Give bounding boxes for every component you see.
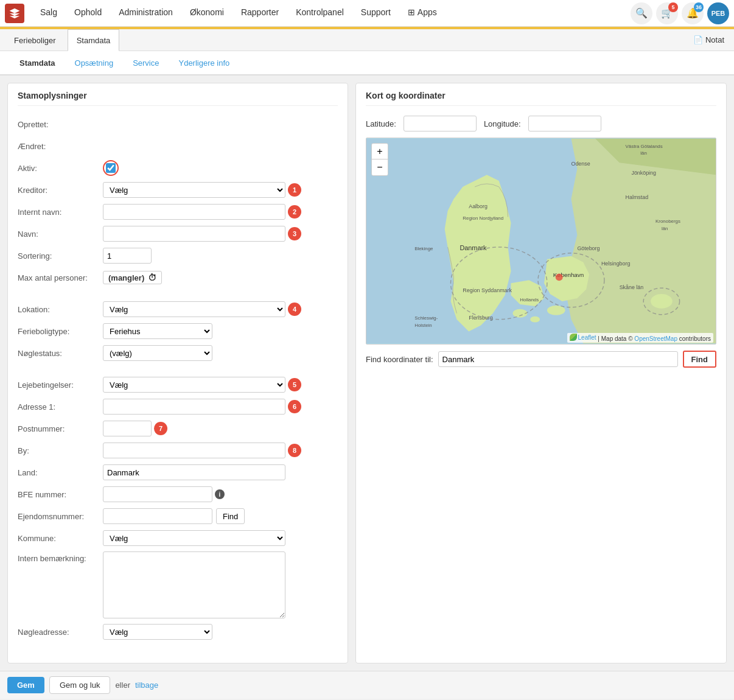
lejebetingelser-select[interactable]: Vælg: [103, 377, 285, 393]
user-avatar[interactable]: PEB: [707, 2, 729, 24]
inner-tab-service[interactable]: Service: [123, 51, 169, 75]
postnummer-input[interactable]: [103, 421, 152, 436]
map-attribution: Leaflet | Map data © OpenStreetMap contr…: [567, 333, 713, 343]
svg-text:Hollands: Hollands: [520, 297, 539, 303]
svg-text:Kronobergs: Kronobergs: [655, 219, 680, 224]
leaflet-icon: Leaflet: [570, 334, 596, 341]
map-svg: Danmark København Aalborg Göteborg Jönkö…: [366, 138, 716, 344]
svg-text:Danmark: Danmark: [460, 244, 487, 251]
svg-text:Helsingborg: Helsingborg: [601, 261, 630, 267]
ejendomsnummer-label: Ejendomsnummer:: [18, 512, 103, 521]
subnav-tab-stamdata[interactable]: Stamdata: [68, 29, 120, 51]
ferieboligtype-select[interactable]: Feriehus: [103, 323, 212, 339]
bfe-info-icon[interactable]: i: [215, 489, 225, 499]
svg-text:Odense: Odense: [571, 161, 590, 167]
sortering-label: Sortering:: [18, 251, 103, 261]
svg-point-25: [556, 273, 563, 281]
sortering-input[interactable]: [103, 248, 152, 264]
logo[interactable]: [5, 4, 24, 23]
aendret-label: Ændret:: [18, 142, 103, 151]
sortering-row: Sortering:: [18, 247, 338, 264]
svg-text:Halmstad: Halmstad: [626, 194, 649, 200]
bottom-bar: Gem Gem og luk eller tilbage: [0, 671, 734, 699]
kreditor-row: Kreditor: Vælg 1: [18, 181, 338, 198]
svg-text:Region Syddanmark: Region Syddanmark: [463, 287, 512, 293]
eller-label: eller: [115, 681, 130, 690]
nav-kontrolpanel[interactable]: Kontrolpanel: [287, 0, 352, 27]
intern-bemaerkning-textarea[interactable]: [103, 551, 285, 618]
noegleadresse-select[interactable]: Vælg: [103, 624, 212, 640]
map-container[interactable]: Danmark København Aalborg Göteborg Jönkö…: [366, 138, 716, 345]
navn-badge: 3: [288, 227, 301, 240]
gem-og-luk-button[interactable]: Gem og luk: [49, 676, 110, 694]
nav-ophold[interactable]: Ophold: [66, 0, 110, 27]
find-koordinater-input[interactable]: [438, 351, 678, 367]
noeglestatus-row: Nøglestatus: (vælg): [18, 345, 338, 362]
leaflet-link[interactable]: Leaflet: [578, 334, 596, 341]
find-koordinater-label: Find koordinater til:: [366, 355, 433, 364]
internt-navn-label: Internt navn:: [18, 208, 103, 217]
svg-text:Holstein: Holstein: [414, 323, 432, 328]
navn-label: Navn:: [18, 229, 103, 239]
noegleadresse-label: Nøgleadresse:: [18, 628, 103, 637]
svg-text:Flensburg: Flensburg: [469, 315, 493, 321]
tilbage-button[interactable]: tilbage: [135, 681, 158, 690]
aktiv-checkbox[interactable]: [106, 163, 116, 173]
aktiv-label: Aktiv:: [18, 164, 103, 173]
inner-tab-yderligere[interactable]: Yderligere info: [169, 51, 239, 75]
subnav-tab-ferieboliger[interactable]: Ferieboliger: [5, 29, 65, 51]
lokation-label: Lokation:: [18, 305, 103, 314]
noeglestatus-select[interactable]: (vælg): [103, 345, 212, 361]
max-antal-label: Max antal personer:: [18, 273, 103, 282]
by-row: By: 8: [18, 442, 338, 459]
max-antal-row: Max antal personer: (mangler) ⏱: [18, 269, 338, 286]
svg-text:Blekinge: Blekinge: [414, 246, 433, 251]
noeglestatus-label: Nøglestatus:: [18, 349, 103, 358]
nav-rapporter[interactable]: Rapporter: [232, 0, 287, 27]
svg-point-4: [547, 306, 565, 315]
osm-link[interactable]: OpenStreetMap: [634, 335, 677, 342]
adresse1-input[interactable]: [103, 399, 285, 415]
svg-text:län: län: [640, 150, 647, 156]
navn-input[interactable]: [103, 226, 285, 242]
ferieboligtype-label: Ferieboligtype:: [18, 327, 103, 336]
bfe-label: BFE nummer:: [18, 490, 103, 499]
nav-administration[interactable]: Administration: [110, 0, 181, 27]
intern-bemaerkning-label: Intern bemærkning:: [18, 551, 103, 563]
svg-text:Region Nordjylland: Region Nordjylland: [463, 215, 503, 221]
zoom-out-button[interactable]: −: [372, 159, 388, 175]
ejendomsnummer-input[interactable]: [103, 508, 212, 524]
lokation-select[interactable]: Vælg: [103, 301, 285, 317]
left-panel-title: Stamoplysninger: [18, 91, 338, 106]
kommune-select[interactable]: Vælg: [103, 530, 285, 546]
adresse1-badge: 6: [288, 400, 301, 413]
nav-apps[interactable]: ⊞ Apps: [399, 0, 446, 27]
nav-salg[interactable]: Salg: [32, 0, 66, 27]
inner-tabs: Stamdata Opsætning Service Yderligere in…: [0, 51, 734, 75]
map-zoom-controls: + −: [371, 143, 388, 176]
aktiv-row: Aktiv:: [18, 159, 338, 177]
inner-tab-opsaetning[interactable]: Opsætning: [65, 51, 124, 75]
search-button[interactable]: 🔍: [631, 2, 652, 24]
kreditor-select[interactable]: Vælg: [103, 182, 285, 198]
ejendomsnummer-find-button[interactable]: Find: [216, 508, 245, 524]
clock-icon: ⏱: [148, 273, 156, 282]
ejendomsnummer-row: Ejendomsnummer: Find: [18, 508, 338, 525]
notat-button[interactable]: 📄 Notat: [688, 33, 729, 47]
by-input[interactable]: [103, 443, 285, 458]
find-koordinater-button[interactable]: Find: [683, 351, 716, 368]
nav-oekonomi[interactable]: Økonomi: [181, 0, 232, 27]
cart-button[interactable]: 🛒 5: [656, 2, 678, 24]
bell-button[interactable]: 🔔 36: [682, 2, 704, 24]
internt-navn-input[interactable]: [103, 204, 285, 220]
bfe-input[interactable]: [103, 486, 212, 502]
inner-tab-stamdata[interactable]: Stamdata: [10, 51, 65, 75]
longitude-input[interactable]: [528, 116, 601, 131]
right-panel: Kort og koordinater Latitude: Longitude:: [355, 83, 727, 663]
zoom-in-button[interactable]: +: [372, 144, 388, 159]
grid-icon: ⊞: [408, 7, 415, 17]
nav-support[interactable]: Support: [352, 0, 399, 27]
latitude-input[interactable]: [404, 116, 477, 131]
land-input[interactable]: [103, 464, 285, 480]
gem-button[interactable]: Gem: [7, 677, 44, 693]
